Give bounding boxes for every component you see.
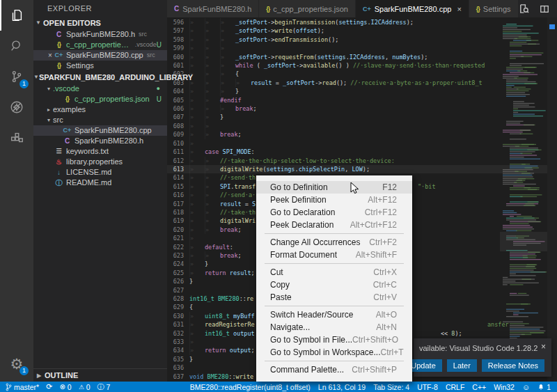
menu-item-change-all-occurrences[interactable]: Change All Occurrences Ctrl+F2 (256, 236, 412, 249)
open-editors-header[interactable]: ▼ OPEN EDITORS (33, 17, 167, 29)
file-row-library-properties[interactable]: ♨ library.properties (33, 157, 167, 167)
readme-file-icon: ⓘ (54, 178, 63, 188)
status-cursor-position[interactable]: Ln 613, Col 19 (318, 383, 366, 391)
menu-item-paste[interactable]: Paste Ctrl+V (256, 291, 412, 304)
smiley-icon: ☺ (522, 383, 530, 391)
tab-sparkfunbme280-cpp[interactable]: C+SparkFunBME280.cpp × (356, 0, 469, 17)
later-button[interactable]: Later (447, 359, 477, 372)
file-row-readme-md[interactable]: ⓘ README.md (33, 178, 167, 188)
status-platform[interactable]: Win32 (494, 383, 515, 391)
code-line-609[interactable]: 609»»break; (167, 130, 547, 139)
status-sync[interactable]: ⟳ (46, 382, 52, 391)
line-number: 635 (168, 355, 184, 363)
code-line-603[interactable]: 603»»»»result = _softPort->read(); //·re… (167, 79, 547, 87)
status-current-symbol[interactable]: BME280::readRegister(uint8_t offset) (190, 383, 311, 391)
folder-row-examples[interactable]: ▸ examples (33, 104, 167, 115)
menu-item-peek-declaration[interactable]: Peek Declaration Alt+Ctrl+F12 (256, 219, 412, 231)
menu-item-go-to-symbol-in-file[interactable]: Go to Symbol in File... Ctrl+Shift+O (256, 334, 412, 346)
menu-item-go-to-declaration[interactable]: Go to Declaration Ctrl+F12 (256, 206, 412, 219)
keybinding-label: Alt+Shift+F (356, 249, 397, 261)
code-line-612[interactable]: 612»»//·take·the·chip·select·low·to·sele… (167, 157, 547, 165)
tab-settings[interactable]: {}Settings (469, 0, 519, 17)
bell-icon (538, 383, 544, 391)
menu-item-go-to-definition[interactable]: Go to Definition F12 (256, 181, 412, 194)
code-line-605[interactable]: 605»»#endif (167, 96, 547, 104)
menu-item-go-to-symbol-in-workspace[interactable]: Go to Symbol in Workspace... Ctrl+T (256, 346, 412, 359)
files-icon (9, 8, 24, 23)
minimap[interactable] (500, 17, 547, 382)
vertical-scrollbar[interactable] (547, 17, 557, 382)
status-notifications-bell[interactable]: 1 (538, 383, 551, 391)
chevron-right-icon: ▸ (45, 104, 53, 115)
file-row-sparkfunbme280-cpp[interactable]: C+ SparkFunBME280.cpp (33, 125, 167, 136)
activity-debug[interactable] (0, 92, 33, 123)
minimap-viewport[interactable] (500, 232, 547, 251)
menu-item-cut[interactable]: Cut Ctrl+X (256, 266, 412, 279)
code-line-610[interactable]: 610» (167, 139, 547, 148)
open-editor-settings[interactable]: {} Settings (33, 61, 167, 71)
code-line-604[interactable]: 604»»»} (167, 87, 547, 95)
sidebar-title: EXPLORER (33, 0, 167, 17)
activity-manage[interactable]: ⚙1 (0, 348, 33, 379)
open-editor-sparkfunbme280-h[interactable]: C SparkFunBME280.h src (33, 29, 167, 40)
code-line-611[interactable]: 611»case SPI_MODE: (167, 148, 547, 156)
close-icon[interactable]: × (46, 50, 54, 61)
code-line-597[interactable]: 597»»»_softPort->write(offset); (167, 26, 547, 35)
code-line-606[interactable]: 606»»»break; (167, 104, 547, 113)
keybinding-label: Ctrl+Shift+P (352, 363, 397, 376)
activity-extensions[interactable] (0, 123, 33, 153)
license-file-icon: ↓ (54, 167, 63, 178)
code-line-602[interactable]: 602»»»{ (167, 70, 547, 78)
code-line-598[interactable]: 598»»»_softPort->endTransmission(); (167, 36, 547, 44)
menu-item-navigate[interactable]: Navigate... Alt+N (256, 321, 412, 334)
tab-c-cpp-properties-json[interactable]: {}c_cpp_properties.json (259, 0, 356, 17)
workspace-header[interactable]: ▼ SPARKFUN_BME280_ARDUINO_LIBRARY (33, 71, 167, 84)
split-editor-button[interactable] (540, 4, 549, 14)
update-notification: vailable: Visual Studio Code 1.28.2 × In… (414, 338, 551, 377)
open-changes-button[interactable] (519, 3, 529, 14)
menu-item-switch-header-source[interactable]: Switch Header/Source Alt+O (256, 308, 412, 321)
release-notes-button[interactable]: Release Notes (482, 359, 544, 372)
open-editor-sparkfunbme280-cpp[interactable]: × C+ SparkFunBME280.cpp src (33, 50, 167, 61)
code-line-608[interactable]: 608»» (167, 122, 547, 130)
close-icon[interactable]: × (541, 342, 546, 352)
menu-item-command-palette[interactable]: Command Palette... Ctrl+Shift+P (256, 363, 412, 376)
chevron-down-icon: ▼ (33, 17, 43, 29)
status-infos[interactable]: ⓘ7 (97, 382, 111, 392)
folder-row-src[interactable]: ▾ src (33, 115, 167, 125)
file-row-license-md[interactable]: ↓ LICENSE.md (33, 167, 167, 178)
menu-item-copy[interactable]: Copy Ctrl+C (256, 279, 412, 291)
activity-search[interactable] (0, 31, 33, 61)
keybinding-label: F12 (382, 181, 397, 194)
menu-item-peek-definition[interactable]: Peek Definition Alt+F12 (256, 194, 412, 206)
file-row-c-cpp-properties-json[interactable]: {} c_cpp_properties.json U (33, 94, 167, 104)
status-feedback[interactable]: ☺ (522, 383, 530, 391)
status-encoding[interactable]: UTF-8 (417, 383, 438, 391)
code-line-607[interactable]: 607»»} (167, 113, 547, 121)
status-indentation[interactable]: Tab Size: 4 (373, 383, 409, 391)
status-errors[interactable]: ⊗0 (59, 383, 71, 391)
open-editor-c-cpp-properties-json[interactable]: {} c_cpp_properties.json .vscode U (33, 40, 167, 50)
status-warnings[interactable]: ⚠0 (79, 383, 91, 391)
code-line-596[interactable]: 596»»»_softPort->beginTransmission(setti… (167, 18, 547, 26)
file-row-keywords-txt[interactable]: ☰ keywords.txt (33, 146, 167, 157)
code-line-600[interactable]: 600»»»_softPort->requestFrom(settings.I2… (167, 53, 547, 61)
activity-explorer[interactable] (0, 0, 33, 31)
menu-item-format-document[interactable]: Format Document Alt+Shift+F (256, 249, 412, 261)
code-line-613[interactable]: 613»»digitalWrite(settings.chipSelectPin… (167, 165, 547, 173)
line-number: 600 (168, 53, 184, 61)
activity-source-control[interactable]: 1 (0, 61, 33, 92)
chevron-down-icon: ▼ (33, 71, 39, 84)
status-eol[interactable]: CRLF (446, 383, 464, 391)
close-icon[interactable]: × (457, 5, 461, 13)
code-line-601[interactable]: 601»»»while ( _softPort->available() ) /… (167, 61, 547, 70)
tab-sparkfunbme280-h[interactable]: CSparkFunBME280.h (167, 0, 259, 17)
status-language-mode[interactable]: C++ (472, 383, 486, 391)
folder-row-vscode[interactable]: ▾ .vscode ● (33, 84, 167, 94)
outline-section-header[interactable]: ▶ OUTLINE (33, 368, 167, 382)
file-row-sparkfunbme280-h[interactable]: C SparkFunBME280.h (33, 136, 167, 146)
line-number: 633 (168, 338, 184, 346)
status-git-branch[interactable]: master* (6, 383, 39, 391)
code-line-599[interactable]: 599»»» (167, 44, 547, 52)
extensions-icon (9, 130, 24, 146)
